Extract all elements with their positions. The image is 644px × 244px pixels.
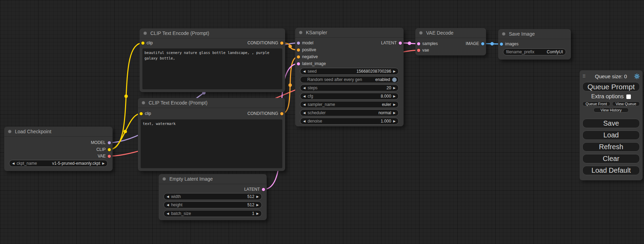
output-port-dot-icon[interactable]: [280, 42, 283, 45]
load-checkpoint-node[interactable]: Load CheckpointMODELCLIPVAE◀ckpt_namev1-…: [4, 127, 113, 171]
ksampler-random-seed-after-every-gen-widget[interactable]: Random seed after every genenabled: [300, 76, 399, 83]
collapse-dot-icon[interactable]: [142, 101, 145, 105]
ksampler-seed-widget[interactable]: ◀seed156680208700286▶: [300, 68, 399, 75]
stepper-right-icon[interactable]: ▶: [393, 70, 396, 73]
output-port-dot-icon[interactable]: [108, 141, 111, 144]
stepper-left-icon[interactable]: ◀: [303, 119, 306, 123]
settings-gear-icon[interactable]: [634, 73, 640, 79]
empty-latent-image-header[interactable]: Empty Latent Image: [159, 174, 267, 184]
ksampler-sampler_name-widget[interactable]: ◀sampler_nameeuler▶: [300, 101, 399, 108]
collapse-dot-icon[interactable]: [502, 32, 505, 36]
clip-encode-positive-prompt-textarea[interactable]: beautiful scenery nature glass bottle la…: [142, 48, 282, 89]
toggle-dot-icon[interactable]: [392, 78, 397, 82]
clip-encode-positive-output-conditioning[interactable]: CONDITIONING: [247, 39, 283, 46]
empty-latent-image-output-latent[interactable]: LATENT: [244, 186, 265, 193]
extra-options-checkbox[interactable]: [626, 94, 631, 99]
output-port-dot-icon[interactable]: [108, 155, 111, 158]
stepper-right-icon[interactable]: ▶: [256, 203, 259, 207]
vae-decode-output-image[interactable]: IMAGE: [466, 40, 484, 47]
queue-front-button[interactable]: Queue Front: [582, 101, 610, 106]
stepper-left-icon[interactable]: ◀: [303, 94, 306, 98]
ksampler-input-model[interactable]: model: [297, 39, 314, 46]
stepper-right-icon[interactable]: ▶: [393, 94, 396, 98]
empty-latent-image-height-widget[interactable]: ◀height512▶: [164, 201, 262, 208]
stepper-left-icon[interactable]: ◀: [303, 70, 306, 73]
clip-encode-negative-output-conditioning[interactable]: CONDITIONING: [247, 110, 283, 117]
input-port-dot-icon[interactable]: [417, 42, 420, 45]
ksampler-steps-widget[interactable]: ◀steps20▶: [300, 84, 399, 91]
ksampler-scheduler-widget[interactable]: ◀schedulernormal▶: [300, 109, 399, 116]
load-checkpoint-output-vae[interactable]: VAE: [98, 153, 111, 160]
stepper-right-icon[interactable]: ▶: [256, 212, 259, 215]
view-history-button[interactable]: View History: [593, 108, 629, 112]
input-port-dot-icon[interactable]: [297, 55, 300, 58]
stepper-right-icon[interactable]: ▶: [393, 86, 396, 90]
stepper-right-icon[interactable]: ▶: [393, 111, 396, 115]
input-port-dot-icon[interactable]: [297, 48, 300, 52]
stepper-left-icon[interactable]: ◀: [12, 162, 15, 165]
view-queue-button[interactable]: View Queue: [612, 101, 640, 106]
clip-encode-negative-header[interactable]: CLIP Text Encode (Prompt): [138, 98, 285, 108]
collapse-dot-icon[interactable]: [162, 177, 166, 181]
stepper-right-icon[interactable]: ▶: [102, 162, 105, 165]
ksampler-input-negative[interactable]: negative: [297, 53, 318, 60]
node-graph-canvas[interactable]: Load CheckpointMODELCLIPVAE◀ckpt_namev1-…: [0, 0, 644, 244]
drag-handle-icon[interactable]: ⠿: [582, 74, 588, 79]
vae-decode-node[interactable]: VAE DecodesamplesvaeIMAGE: [415, 28, 486, 55]
output-port-dot-icon[interactable]: [481, 42, 484, 45]
collapse-dot-icon[interactable]: [8, 130, 11, 133]
input-port-dot-icon[interactable]: [297, 62, 300, 65]
ksampler-node[interactable]: KSamplermodelpositivenegativelatent_imag…: [295, 28, 404, 126]
clear-button[interactable]: Clear: [582, 154, 640, 163]
output-port-dot-icon[interactable]: [280, 112, 283, 115]
stepper-left-icon[interactable]: ◀: [167, 212, 169, 215]
stepper-right-icon[interactable]: ▶: [393, 103, 396, 106]
load-checkpoint-ckpt_name-widget[interactable]: ◀ckpt_namev1-5-pruned-emaonly.ckpt▶: [9, 160, 108, 167]
stepper-left-icon[interactable]: ◀: [167, 195, 169, 198]
input-port-dot-icon[interactable]: [417, 49, 420, 52]
vae-decode-header[interactable]: VAE Decode: [415, 28, 486, 38]
ksampler-denoise-widget[interactable]: ◀denoise1.000▶: [300, 118, 399, 125]
save-image-header[interactable]: Save Image: [498, 29, 571, 39]
queue-prompt-button[interactable]: Queue Prompt: [582, 82, 640, 91]
empty-latent-image-node[interactable]: Empty Latent ImageLATENT◀width512▶◀heigh…: [159, 174, 267, 220]
load-default-button[interactable]: Load Default: [582, 166, 640, 175]
load-checkpoint-output-model[interactable]: MODEL: [91, 139, 111, 146]
output-port-dot-icon[interactable]: [262, 188, 265, 191]
refresh-button[interactable]: Refresh: [582, 142, 640, 152]
ksampler-input-latent_image[interactable]: latent_image: [297, 60, 326, 67]
output-port-dot-icon[interactable]: [108, 148, 111, 151]
clip-encode-positive-input-clip[interactable]: clip: [141, 39, 153, 46]
stepper-right-icon[interactable]: ▶: [256, 195, 259, 198]
clip-encode-positive-node[interactable]: CLIP Text Encode (Prompt)clipCONDITIONIN…: [140, 28, 285, 92]
input-port-dot-icon[interactable]: [140, 112, 143, 115]
save-image-input-images[interactable]: images: [500, 40, 519, 47]
clip-encode-negative-input-clip[interactable]: clip: [140, 110, 151, 117]
empty-latent-image-batch_size-widget[interactable]: ◀batch_size1▶: [164, 210, 262, 217]
ksampler-cfg-widget[interactable]: ◀cfg8.000▶: [300, 93, 399, 100]
save-image-filename_prefix-widget[interactable]: filename_prefixComfyUI: [503, 48, 566, 55]
input-port-dot-icon[interactable]: [297, 42, 300, 45]
stepper-left-icon[interactable]: ◀: [167, 203, 169, 207]
clip-encode-negative-prompt-textarea[interactable]: text, watermark: [141, 119, 282, 168]
collapse-dot-icon[interactable]: [143, 31, 147, 35]
load-checkpoint-header[interactable]: Load Checkpoint: [4, 127, 113, 137]
stepper-right-icon[interactable]: ▶: [393, 119, 396, 123]
save-image-node[interactable]: Save Imageimagesfilename_prefixComfyUI: [498, 29, 571, 60]
ksampler-header[interactable]: KSampler: [295, 28, 404, 38]
input-port-dot-icon[interactable]: [500, 43, 503, 46]
ksampler-output-latent[interactable]: LATENT: [381, 39, 402, 46]
input-port-dot-icon[interactable]: [141, 42, 144, 45]
load-button[interactable]: Load: [582, 130, 640, 140]
save-button[interactable]: Save: [582, 119, 640, 128]
load-checkpoint-output-clip[interactable]: CLIP: [96, 146, 111, 153]
collapse-dot-icon[interactable]: [299, 31, 302, 34]
vae-decode-input-samples[interactable]: samples: [417, 40, 438, 47]
ksampler-input-positive[interactable]: positive: [297, 46, 316, 53]
vae-decode-input-vae[interactable]: vae: [417, 47, 429, 54]
output-port-dot-icon[interactable]: [399, 42, 402, 45]
clip-encode-positive-header[interactable]: CLIP Text Encode (Prompt): [140, 28, 285, 38]
stepper-left-icon[interactable]: ◀: [303, 111, 306, 115]
stepper-left-icon[interactable]: ◀: [303, 86, 306, 90]
clip-encode-negative-node[interactable]: CLIP Text Encode (Prompt)clipCONDITIONIN…: [138, 98, 285, 171]
